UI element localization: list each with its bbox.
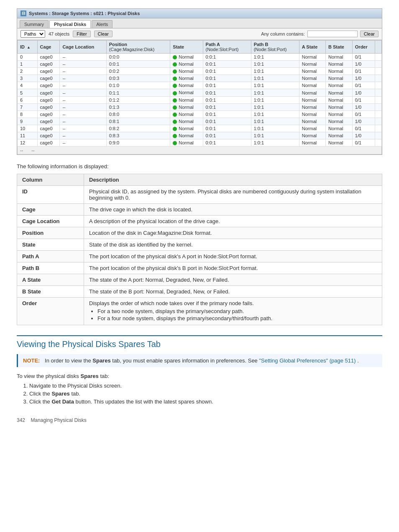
cell-id: 10 xyxy=(18,125,38,132)
col-a-state[interactable]: A State xyxy=(299,41,325,54)
col-path-a[interactable]: Path A(Node:Slot:Port) xyxy=(203,41,251,54)
cell-scroll xyxy=(375,61,381,68)
cell-state: Normal xyxy=(170,125,203,132)
status-dot xyxy=(173,91,177,95)
cell-id: 12 xyxy=(18,139,38,146)
status-dot xyxy=(173,84,177,88)
status-dot xyxy=(173,120,177,124)
cell-id: 6 xyxy=(18,96,38,103)
cell-a-state: Normal xyxy=(299,125,325,132)
cell-path-a: 0:0:1 xyxy=(203,139,251,146)
table-row[interactable]: 9 cage0 -- 0:8:1 Normal 0:0:1 1:0:1 Norm… xyxy=(18,118,382,125)
col-id[interactable]: ID ▲ xyxy=(18,41,38,54)
cell-id: 11 xyxy=(18,132,38,139)
cell-scroll xyxy=(375,132,381,139)
col-position[interactable]: Position(Cage:Magazine:Disk) xyxy=(106,41,170,54)
cell-cage-loc: -- xyxy=(60,103,106,111)
cell-a-state: Normal xyxy=(299,103,325,111)
cell-position: 0:1:0 xyxy=(106,82,170,89)
table-row[interactable]: 2 cage0 -- 0:0:2 Normal 0:0:1 1:0:1 Norm… xyxy=(18,68,382,75)
table-row[interactable]: 0 cage0 -- 0:0:0 Normal 0:0:1 1:0:1 Norm… xyxy=(18,54,382,61)
cell-path-a: 0:0:1 xyxy=(203,68,251,75)
col-order[interactable]: Order xyxy=(352,41,375,54)
status-dot xyxy=(173,127,177,131)
desc-col-text: Displays the order of which node takes o… xyxy=(84,298,382,325)
clear-button[interactable]: Clear xyxy=(94,31,113,37)
cell-cage-loc: -- xyxy=(60,68,106,75)
desc-header-col: Column xyxy=(17,174,84,186)
table-row[interactable]: 7 cage0 -- 0:1:3 Normal 0:0:1 1:0:1 Norm… xyxy=(18,103,382,111)
desc-col-text: Physical disk ID, as assigned by the sys… xyxy=(84,186,382,204)
cell-a-state: Normal xyxy=(299,61,325,68)
physical-disks-table: ID ▲ Cage Cage Location Position(Cage:Ma… xyxy=(17,40,382,146)
cell-path-a: 0:0:1 xyxy=(203,111,251,118)
clear-filter-button[interactable]: Clear xyxy=(360,31,379,37)
cell-cage: cage0 xyxy=(37,139,60,146)
table-row[interactable]: 5 cage0 -- 0:1:1 Normal 0:0:1 1:0:1 Norm… xyxy=(18,89,382,96)
table-row[interactable]: 3 cage0 -- 0:0:3 Normal 0:0:1 1:0:1 Norm… xyxy=(18,75,382,82)
col-state[interactable]: State xyxy=(170,41,203,54)
cell-id: 4 xyxy=(18,82,38,89)
desc-row: Cage Location A description of the physi… xyxy=(17,216,382,227)
cell-order: 1/0 xyxy=(352,89,375,96)
desc-row: Path A The port location of the physical… xyxy=(17,251,382,262)
cell-path-b: 1:0:1 xyxy=(251,82,299,89)
col-cage[interactable]: Cage xyxy=(37,41,60,54)
tab-physical-disks[interactable]: Physical Disks xyxy=(49,20,91,28)
cell-scroll xyxy=(375,75,381,82)
note-text3: . xyxy=(357,357,359,364)
cell-path-b: 1:0:1 xyxy=(251,111,299,118)
cell-state: Normal xyxy=(170,61,203,68)
cell-cage: cage0 xyxy=(37,96,60,103)
desc-col-name: Cage Location xyxy=(17,216,84,227)
toolbar: Paths 47 objects Filter Clear Any column… xyxy=(17,28,382,40)
cell-cage: cage0 xyxy=(37,54,60,61)
table-row[interactable]: 12 cage0 -- 0:9:0 Normal 0:0:1 1:0:1 Nor… xyxy=(18,139,382,146)
tab-summary[interactable]: Summary xyxy=(20,20,49,28)
cell-position: 0:1:2 xyxy=(106,96,170,103)
page-content: ⊟ Systems : Storage Systems : s021 : Phy… xyxy=(17,8,382,423)
desc-row: Cage The drive cage in which the disk is… xyxy=(17,204,382,216)
desc-col-name: Cage xyxy=(17,204,84,216)
cell-path-b: 1:0:1 xyxy=(251,132,299,139)
cell-position: 0:0:1 xyxy=(106,61,170,68)
note-link[interactable]: "Setting Global Preferences" (page 511) xyxy=(259,357,356,364)
cell-order: 1/0 xyxy=(352,103,375,111)
table-row[interactable]: 6 cage0 -- 0:1:2 Normal 0:0:1 1:0:1 Norm… xyxy=(18,96,382,103)
cell-cage: cage0 xyxy=(37,103,60,111)
step-item: Click the Get Data button. This updates … xyxy=(29,398,382,405)
tab-alerts[interactable]: Alerts xyxy=(92,20,113,28)
cell-b-state: Normal xyxy=(326,132,353,139)
cell-id: 8 xyxy=(18,111,38,118)
cell-path-b: 1:0:1 xyxy=(251,61,299,68)
filter-button[interactable]: Filter xyxy=(73,31,90,37)
desc-col-text: The state of the A port: Normal, Degrade… xyxy=(84,274,382,286)
cell-b-state: Normal xyxy=(326,118,353,125)
cell-path-b: 1:0:1 xyxy=(251,89,299,96)
cell-order: 0/1 xyxy=(352,125,375,132)
col-cage-location[interactable]: Cage Location xyxy=(60,41,106,54)
desc-col-text: The port location of the physical disk's… xyxy=(84,251,382,262)
cell-scroll xyxy=(375,139,381,146)
cell-b-state: Normal xyxy=(326,89,353,96)
paths-dropdown[interactable]: Paths xyxy=(20,30,45,38)
filter-input[interactable] xyxy=(307,31,358,37)
table-row[interactable]: 4 cage0 -- 0:1:0 Normal 0:0:1 1:0:1 Norm… xyxy=(18,82,382,89)
cell-b-state: Normal xyxy=(326,139,353,146)
col-path-b[interactable]: Path B(Node:Slot:Port) xyxy=(251,41,299,54)
table-row[interactable]: 11 cage0 -- 0:8:3 Normal 0:0:1 1:0:1 Nor… xyxy=(18,132,382,139)
cell-a-state: Normal xyxy=(299,82,325,89)
cell-id: 1 xyxy=(18,61,38,68)
table-row[interactable]: 1 cage0 -- 0:0:1 Normal 0:0:1 1:0:1 Norm… xyxy=(18,61,382,68)
col-b-state[interactable]: B State xyxy=(326,41,353,54)
status-dot xyxy=(173,77,177,81)
cell-cage-loc: -- xyxy=(60,125,106,132)
table-row[interactable]: 10 cage0 -- 0:8:2 Normal 0:0:1 1:0:1 Nor… xyxy=(18,125,382,132)
cell-position: 0:8:3 xyxy=(106,132,170,139)
status-dot xyxy=(173,105,177,110)
table-row[interactable]: 8 cage0 -- 0:8:0 Normal 0:0:1 1:0:1 Norm… xyxy=(18,111,382,118)
cell-order: 0/1 xyxy=(352,96,375,103)
desc-col-text: A description of the physical location o… xyxy=(84,216,382,227)
cell-path-a: 0:0:1 xyxy=(203,125,251,132)
cell-state: Normal xyxy=(170,89,203,96)
